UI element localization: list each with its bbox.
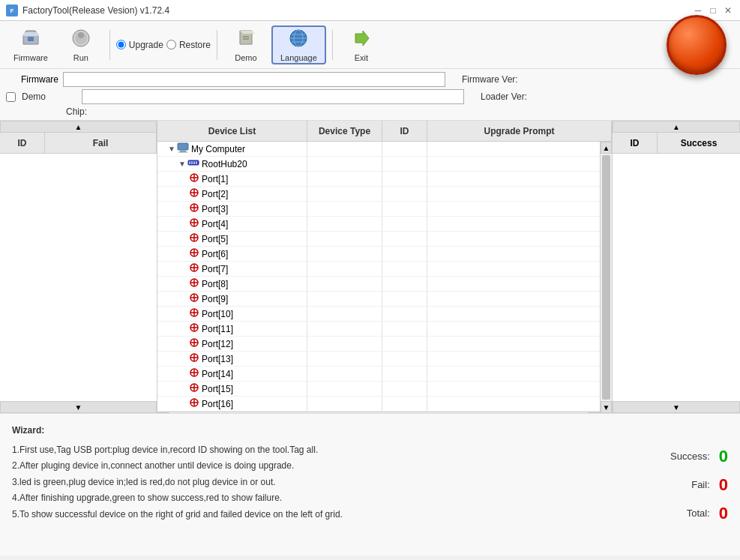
bottom-section: Wizard: 1.First use,Tag USB port:plug de…	[0, 413, 740, 556]
stats-area: Success: 0 Fail: 0 Total: 0	[578, 423, 728, 547]
tree-row[interactable]: Port[15]	[157, 382, 600, 397]
tree-node-label: Port[9]	[202, 294, 228, 304]
success-scroll-down[interactable]: ▼	[613, 401, 740, 413]
wizard-step-1: 1.First use,Tag USB port:plug device in,…	[12, 442, 578, 459]
device-table-header: Device List Device Type ID Upgrade Promp…	[157, 121, 612, 142]
svg-point-7	[78, 32, 84, 38]
restore-radio-label[interactable]: Restore	[179, 40, 211, 50]
tree-node-label: Port[6]	[202, 249, 228, 259]
tree-node-label: Port[7]	[202, 264, 228, 274]
tree-row[interactable]: Port[1]	[157, 172, 600, 187]
tree-row[interactable]: Port[9]	[157, 292, 600, 307]
demo-field-input[interactable]	[82, 89, 464, 104]
tree-row[interactable]: Port[7]	[157, 262, 600, 277]
tree-scroll-y: ▲ ▼	[600, 142, 612, 413]
restore-radio[interactable]	[166, 40, 176, 49]
exit-button[interactable]: Exit	[339, 25, 384, 64]
firmware-field-input[interactable]	[63, 72, 445, 87]
big-button-container	[659, 15, 734, 75]
vscroll-up[interactable]: ▲	[601, 142, 612, 154]
tree-row[interactable]: Port[4]	[157, 217, 600, 232]
firmware-button[interactable]: Firmware	[6, 25, 55, 64]
success-scroll-up[interactable]: ▲	[613, 121, 740, 133]
total-stat-value: 0	[719, 504, 728, 523]
toolbar-separator-2	[217, 30, 217, 60]
tree-node-label: Port[13]	[202, 354, 233, 364]
expand-icon[interactable]: ▼	[168, 145, 175, 153]
usb-icon	[189, 308, 199, 319]
hscroll-right[interactable]: ►	[588, 412, 600, 413]
vscroll-down[interactable]: ▼	[601, 401, 612, 413]
app-icon: F	[6, 4, 18, 16]
big-red-button[interactable]	[667, 15, 727, 75]
svg-text:F: F	[10, 7, 14, 14]
upgrade-radio-label[interactable]: Upgrade	[129, 40, 163, 50]
tree-row[interactable]: Port[6]	[157, 247, 600, 262]
usb-icon	[189, 263, 199, 274]
tree-row[interactable]: ▼My Computer	[157, 142, 600, 157]
tree-node-label: Port[11]	[202, 324, 233, 334]
wizard-step-2: 2.After pluging device in,connect anothe…	[12, 458, 578, 475]
demo-checkbox[interactable]	[6, 92, 16, 102]
tree-row[interactable]: Port[10]	[157, 307, 600, 322]
run-icon	[70, 28, 91, 52]
tree-row[interactable]: Port[5]	[157, 232, 600, 247]
svg-rect-23	[191, 161, 193, 164]
tree-row[interactable]: ▼RootHub20	[157, 157, 600, 172]
toolbar: Firmware Run Upgrade Restore	[0, 21, 740, 69]
language-label: Language	[280, 53, 317, 62]
titlebar: F FactoryTool(Release Vesion) v1.72.4 ─ …	[0, 0, 740, 21]
usb-icon	[189, 353, 199, 364]
demo-icon	[235, 28, 256, 52]
expand-icon[interactable]: ▼	[178, 160, 186, 168]
svg-rect-20	[178, 152, 187, 153]
success-scroll-area[interactable]	[613, 154, 740, 401]
device-tree-scroll[interactable]: ▼My Computer▼RootHub20Port[1]Port[2]Port…	[157, 142, 600, 413]
upgrade-radio[interactable]	[116, 40, 126, 49]
demo-field-label[interactable]: Demo	[22, 91, 74, 102]
fail-stat-row: Fail: 0	[593, 475, 728, 495]
wizard-step-3: 3.led is green,plug device in;led is red…	[12, 475, 578, 491]
exit-icon	[351, 28, 372, 52]
fail-table-header: ID Fail	[0, 133, 157, 154]
svg-marker-17	[355, 31, 369, 46]
col-id: ID	[382, 121, 427, 141]
fail-stat-value: 0	[719, 475, 728, 495]
fail-scroll-area[interactable]	[0, 154, 157, 401]
device-hscroll: ◄ ►	[157, 412, 600, 413]
fail-scroll-down[interactable]: ▼	[0, 401, 157, 413]
window-title: FactoryTool(Release Vesion) v1.72.4	[22, 5, 169, 16]
firmware-icon	[20, 28, 41, 52]
tree-node-label: Port[4]	[202, 219, 228, 229]
hscroll-left[interactable]: ◄	[157, 412, 169, 413]
usb-icon	[189, 248, 199, 259]
tree-node-label: Port[12]	[202, 339, 233, 349]
success-stat-value: 0	[719, 447, 728, 466]
firmware-label: Firmware	[13, 53, 48, 62]
tree-row[interactable]: Port[8]	[157, 277, 600, 292]
tree-node-label: RootHub20	[202, 159, 247, 169]
tree-row[interactable]: Port[12]	[157, 337, 600, 352]
wizard-step-5: 5.To show successful device on the right…	[12, 507, 578, 523]
tree-node-label: Port[2]	[202, 189, 228, 199]
language-button[interactable]: Language	[271, 25, 326, 64]
usb-icon	[189, 203, 199, 214]
hscroll-track[interactable]	[169, 412, 588, 413]
success-table-header: ID Success	[613, 133, 740, 154]
tree-row[interactable]: Port[13]	[157, 352, 600, 367]
main-content: ▲ ID Fail ▼ Device List Device Type ID U…	[0, 121, 740, 413]
tree-row[interactable]: Port[11]	[157, 322, 600, 337]
chip-label: Chip:	[66, 106, 87, 117]
tree-node-label: Port[14]	[202, 369, 233, 379]
demo-button[interactable]: Demo	[223, 25, 268, 64]
run-button[interactable]: Run	[58, 25, 103, 64]
tree-row[interactable]: Port[14]	[157, 367, 600, 382]
tree-row[interactable]: Port[2]	[157, 187, 600, 202]
fail-scroll-up[interactable]: ▲	[0, 121, 157, 133]
tree-row[interactable]: Port[3]	[157, 202, 600, 217]
tree-node-label: Port[15]	[202, 384, 233, 394]
svg-rect-22	[189, 161, 190, 164]
tree-row[interactable]: Port[16]	[157, 397, 600, 412]
computer-icon	[177, 142, 189, 155]
total-stat-label: Total:	[687, 508, 710, 519]
